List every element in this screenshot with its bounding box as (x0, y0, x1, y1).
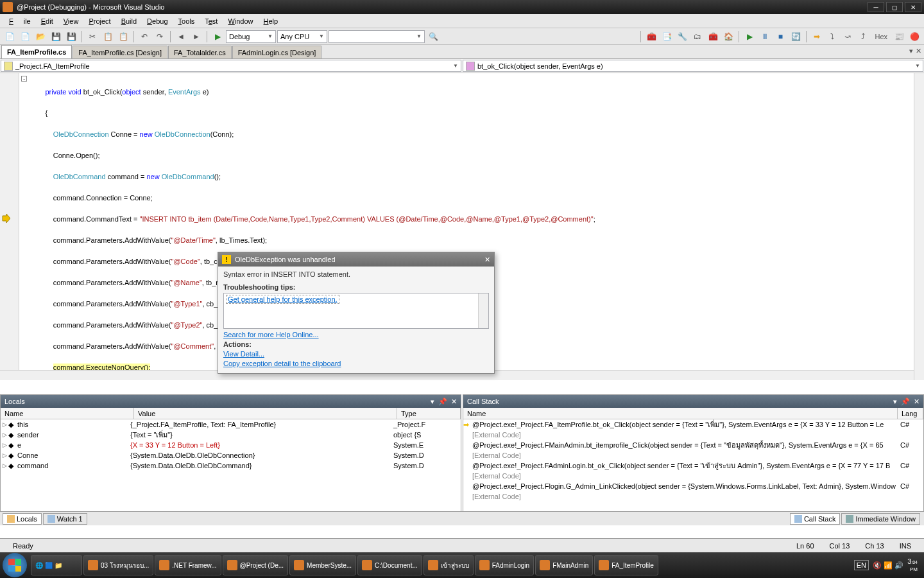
tab-fa-totalalder[interactable]: FA_Totalalder.cs (168, 46, 232, 58)
properties-icon[interactable]: 🔧 (675, 30, 689, 44)
locals-col-type[interactable]: Type (397, 408, 461, 419)
tab-fa-itemprofile-cs[interactable]: FA_ItemProfile.cs (1, 45, 72, 58)
panel-dropdown-icon[interactable]: ▾ (893, 398, 897, 406)
restart-button[interactable]: 🔄 (789, 30, 803, 44)
taskbar-item[interactable]: C:\Document... (357, 555, 422, 575)
locals-row[interactable]: ▷◆command{System.Data.OleDb.OleDbCommand… (1, 460, 461, 471)
tab-fadminlogin-design[interactable]: FAdminLogin.cs [Design] (232, 46, 322, 58)
tab-locals[interactable]: Locals (3, 513, 42, 525)
menu-test[interactable]: Test (200, 17, 223, 25)
member-navigator[interactable]: bt_ok_Click(object sender, EventArgs e)▼ (463, 60, 923, 72)
tab-fa-itemprofile-design[interactable]: FA_ItemProfile.cs [Design] (73, 46, 167, 58)
taskbar-item[interactable]: เข้าสู่ระบบ (424, 555, 474, 575)
menu-view[interactable]: View (58, 17, 84, 25)
editor-vscrollbar[interactable] (914, 73, 924, 380)
search-help-online-link[interactable]: Search for more Help Online... (223, 331, 489, 338)
new-project-button[interactable]: 📄 (3, 30, 17, 44)
object-browser-icon[interactable]: 🗂 (690, 30, 705, 44)
panel-pin-icon[interactable]: 📌 (901, 398, 910, 406)
locals-row[interactable]: ▷◆Conne{System.Data.OleDb.OleDbConnectio… (1, 450, 461, 460)
menu-build[interactable]: Build (116, 17, 142, 25)
locals-panel-header[interactable]: Locals ▾📌✕ (1, 395, 461, 408)
panel-close-icon[interactable]: ✕ (914, 398, 920, 406)
step-out-button[interactable]: ⤴ (856, 30, 870, 44)
locals-body[interactable]: ▷◆this{_Project.FA_ItemProfile, Text: FA… (1, 419, 461, 512)
taskbar-item[interactable]: .NET Framew... (155, 555, 221, 575)
tip-general-help-link[interactable]: Get general help for this exception. (226, 295, 339, 304)
copy-exception-link[interactable]: Copy exception detail to the clipboard (223, 360, 489, 367)
panel-close-icon[interactable]: ✕ (451, 398, 457, 406)
callstack-row[interactable]: @Project.exe!_Project.FAdminLogin.bt_ok_… (463, 460, 923, 471)
platform-dropdown[interactable]: Any CPU▼ (277, 30, 327, 43)
redo-button[interactable]: ↷ (153, 30, 167, 44)
callstack-row[interactable]: [External Code] (463, 430, 923, 440)
undo-button[interactable]: ↶ (137, 30, 151, 44)
callstack-row[interactable]: [External Code] (463, 450, 923, 460)
toolbox-icon[interactable]: 🧰 (644, 30, 658, 44)
pause-button[interactable]: ⏸ (758, 30, 772, 44)
locals-row[interactable]: ▷◆sender{Text = "เพิ่ม"}object {S (1, 430, 461, 440)
save-button[interactable]: 💾 (49, 30, 63, 44)
panel-pin-icon[interactable]: 📌 (438, 398, 447, 406)
tab-close-button[interactable]: ✕ (916, 47, 921, 55)
tray-icons[interactable]: 🔇 📶 🔊 (873, 561, 903, 570)
callstack-row[interactable]: [External Code] (463, 491, 923, 502)
callstack-row[interactable]: [External Code] (463, 471, 923, 481)
menu-edit[interactable]: Edit (36, 17, 58, 25)
output-icon[interactable]: 📰 (892, 30, 906, 44)
start-button[interactable] (3, 553, 27, 577)
copy-button[interactable]: 📋 (101, 30, 115, 44)
menu-window[interactable]: Window (223, 17, 258, 25)
exception-close-button[interactable]: ✕ (484, 256, 490, 264)
start-page-icon[interactable]: 🏠 (721, 30, 735, 44)
menu-help[interactable]: Help (259, 17, 284, 25)
quick-launch[interactable]: 🌐 🟦 📁 (31, 555, 82, 575)
breakpoints-icon[interactable]: 🔴 (907, 30, 921, 44)
callstack-body[interactable]: ➡@Project.exe!_Project.FA_ItemProfile.bt… (463, 419, 923, 512)
close-button[interactable]: ✕ (905, 2, 921, 12)
callstack-col-lang[interactable]: Lang (898, 408, 923, 419)
solution-icon[interactable]: 📑 (660, 30, 674, 44)
tab-list-dropdown[interactable]: ▾ (909, 47, 913, 55)
code-outline[interactable]: - (19, 73, 30, 380)
minimize-button[interactable]: ─ (868, 2, 884, 12)
menu-file[interactable]: File (4, 17, 36, 25)
view-detail-link[interactable]: View Detail... (223, 350, 489, 358)
continue-button[interactable]: ▶ (742, 30, 757, 44)
panel-dropdown-icon[interactable]: ▾ (431, 398, 434, 406)
toolbox2-icon[interactable]: 🧰 (706, 30, 720, 44)
locals-col-name[interactable]: Name (1, 408, 134, 419)
clock[interactable]: 3:04PM (907, 558, 918, 573)
system-tray[interactable]: EN 🔇 📶 🔊 3:04PM (854, 558, 921, 573)
callstack-row[interactable]: @Project.exe!_Project.Flogin.G_Admin_Lin… (463, 481, 923, 491)
find-combo[interactable]: ▼ (329, 30, 425, 43)
tips-scrollbar[interactable] (478, 293, 488, 328)
add-item-button[interactable]: 📄 (18, 30, 32, 44)
taskbar-item[interactable]: @Project (De... (223, 555, 289, 575)
taskbar-item[interactable]: 03 โรงหมุนรอบ... (83, 555, 153, 575)
taskbar-item[interactable]: FA_ItemProfile (594, 555, 658, 575)
menu-project[interactable]: Project (83, 17, 116, 25)
start-debug-button[interactable]: ▶ (210, 30, 225, 44)
hex-toggle[interactable]: Hex (871, 30, 891, 44)
taskbar-item[interactable]: FMainAdmin (535, 555, 593, 575)
config-dropdown[interactable]: Debug▼ (226, 30, 276, 43)
show-next-stmt-button[interactable]: ➡ (810, 30, 824, 44)
open-button[interactable]: 📂 (33, 30, 47, 44)
class-navigator[interactable]: _Project.FA_ItemProfile▼ (1, 60, 461, 72)
paste-button[interactable]: 📋 (116, 30, 130, 44)
find-button[interactable]: 🔍 (426, 30, 440, 44)
callstack-row[interactable]: @Project.exe!_Project.FMainAdmin.bt_item… (463, 440, 923, 450)
locals-col-value[interactable]: Value (134, 408, 397, 419)
nav-back-button[interactable]: ◄ (174, 30, 188, 44)
tab-callstack[interactable]: Call Stack (790, 513, 841, 525)
save-all-button[interactable]: 💾 (64, 30, 78, 44)
locals-row[interactable]: ▷◆e{X = 33 Y = 12 Button = Left}System.E (1, 440, 461, 450)
taskbar-item[interactable]: MemberSyste... (289, 555, 356, 575)
exception-header[interactable]: ! OleDbException was unhandled ✕ (218, 252, 494, 267)
callstack-col-name[interactable]: Name (463, 408, 898, 419)
step-over-button[interactable]: ⤻ (841, 30, 855, 44)
tab-watch1[interactable]: Watch 1 (43, 513, 87, 525)
taskbar-item[interactable]: FAdminLogin (475, 555, 534, 575)
nav-fwd-button[interactable]: ► (189, 30, 203, 44)
